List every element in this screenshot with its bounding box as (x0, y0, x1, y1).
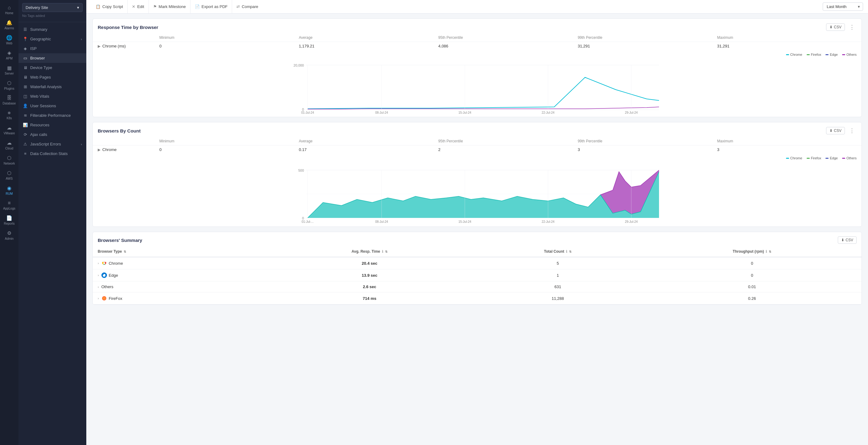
browsers-summary-csv-button[interactable]: ⬇ CSV (838, 236, 857, 244)
response-time-legend: Chrome Firefox Edge Others (93, 52, 862, 56)
copy-script-button[interactable]: 📋 Copy Script (91, 0, 128, 13)
col-avg-resp[interactable]: Avg. Resp. Time ℹ ⇅ (266, 246, 473, 257)
svg-text:22-Jul-24: 22-Jul-24 (541, 111, 555, 114)
browser-sort-icon: ⇅ (124, 250, 126, 253)
nav-vmware-label: VMware (4, 132, 15, 135)
response-time-menu-button[interactable]: ⋮ (847, 23, 857, 31)
cloud-icon: ☁ (7, 140, 12, 146)
legend-edge-label: Edge (830, 53, 838, 56)
sidebar-item-ajax[interactable]: ⟳ Ajax calls (19, 130, 86, 139)
filterable-icon: ≋ (23, 113, 28, 118)
sidebar-item-waterfall[interactable]: ⊞ Waterfall Analysis (19, 82, 86, 92)
sidebar-item-waterfall-label: Waterfall Analysis (30, 85, 62, 89)
sidebar-item-summary[interactable]: ☰ Summary (19, 25, 86, 34)
nav-plugins[interactable]: ⬡ Plugins (0, 78, 19, 93)
sidebar-item-webvitals[interactable]: ◫ Web Vitals (19, 92, 86, 101)
rt-p95-value: 4,086 (438, 44, 578, 49)
webvitals-icon: ◫ (23, 94, 28, 99)
chrome-expand-arrow[interactable]: › (98, 261, 99, 265)
browser-count-header: Browsers By Count ⬇ CSV ⋮ (93, 122, 862, 137)
web-icon: 🌐 (6, 35, 12, 41)
reports-icon: 📄 (6, 215, 12, 221)
date-selector[interactable]: Last Month Last Week Last 24 Hours Custo… (823, 2, 863, 11)
nav-alarms[interactable]: 🔔 Alarms (0, 17, 19, 32)
legend-edge-dot (826, 54, 829, 55)
firefox-browser-cell: › FireFox (93, 292, 266, 305)
edit-button[interactable]: ✕ Edit (128, 0, 149, 13)
chrome-label: Chrome (109, 261, 123, 266)
legend-chrome-dot (786, 54, 789, 55)
sidebar-item-isp[interactable]: ◈ ISP (19, 44, 86, 53)
nav-server[interactable]: ▦ Server (0, 63, 19, 78)
sidebar-item-filterable[interactable]: ≋ Filterable Performance (19, 110, 86, 120)
response-time-chart-card: Response Time by Browser ⬇ CSV ⋮ Minimum… (92, 19, 862, 117)
server-icon: ▦ (7, 65, 12, 71)
edit-label: Edit (137, 4, 144, 9)
sidebar-item-usersessions[interactable]: 👤 User Sessions (19, 101, 86, 110)
legend-firefox: Firefox (807, 53, 822, 56)
nav-web-label: Web (6, 42, 12, 45)
edge-expand-arrow[interactable]: › (98, 273, 99, 277)
sidebar-item-resources[interactable]: 📊 Resources (19, 120, 86, 130)
sidebar-item-geographic[interactable]: 📍 Geographic › (19, 34, 86, 44)
firefox-expand-arrow[interactable]: › (98, 296, 99, 300)
response-time-csv-label: CSV (834, 25, 841, 29)
bc-browser-name: ▶ Chrome (98, 147, 159, 152)
bc-legend-firefox-dot (807, 158, 810, 159)
response-time-csv-button[interactable]: ⬇ CSV (826, 24, 845, 31)
browsers-summary-card: Browsers' Summary ⬇ CSV Browser Type ⇅ (92, 232, 862, 305)
table-row: › Chrome 20.4 sec 5 0 (93, 257, 862, 269)
site-dropdown[interactable]: Delivery Site ▾ (22, 3, 83, 12)
nav-network-label: Network (4, 162, 15, 165)
icon-nav: ⌂ Home 🔔 Alarms 🌐 Web ◈ APM ▦ Server ⬡ P… (0, 0, 19, 445)
firefox-browser-icon (101, 295, 107, 301)
bc-p99-value: 3 (578, 147, 717, 152)
sidebar-item-ajax-label: Ajax calls (30, 132, 47, 137)
milestone-icon: ⚑ (153, 4, 157, 9)
nav-database[interactable]: 🗄 Database (0, 93, 19, 107)
sidebar-item-isp-label: ISP (30, 46, 37, 51)
toolbar: 📋 Copy Script ✕ Edit ⚑ Mark Milestone 📄 … (86, 0, 868, 13)
nav-home[interactable]: ⌂ Home (0, 2, 19, 17)
sidebar-item-datastats[interactable]: ≡ Data Collection Stats (19, 149, 86, 158)
sidebar-item-webpages[interactable]: 🖥 Web Pages (19, 72, 86, 82)
datastats-icon: ≡ (23, 151, 28, 156)
others-throughput: 0.01 (643, 281, 862, 292)
compare-label: Compare (242, 4, 258, 9)
nav-apm[interactable]: ◈ APM (0, 47, 19, 63)
rt-browser-name: ▶ Chrome (ms) (98, 44, 159, 49)
nav-aws[interactable]: ⬡ AWS (0, 168, 19, 183)
browser-count-csv-button[interactable]: ⬇ CSV (826, 127, 845, 134)
browser-count-svg: 500 0 01-Jul-... 08-Jul-24 (98, 162, 857, 224)
col-throughput[interactable]: Throughput (rpm) ℹ ⇅ (643, 246, 862, 257)
bc-arrow-icon: ▶ (98, 148, 100, 152)
export-pdf-icon: 📄 (195, 4, 200, 9)
col-total-count[interactable]: Total Count ℹ ⇅ (473, 246, 643, 257)
sidebar-item-browser[interactable]: ▭ Browser (19, 53, 86, 63)
nav-reports[interactable]: 📄 Reports (0, 213, 19, 228)
others-expand-arrow[interactable]: › (98, 285, 99, 289)
export-pdf-button[interactable]: 📄 Export as PDF (190, 0, 232, 13)
nav-vmware[interactable]: ☁ VMware (0, 122, 19, 137)
nav-admin[interactable]: ⚙ Admin (0, 228, 19, 243)
sidebar-item-devicetype-label: Device Type (30, 65, 52, 70)
nav-cloud[interactable]: ☁ Cloud (0, 137, 19, 153)
nav-rum[interactable]: ◉ RUM (0, 183, 19, 198)
nav-k8s[interactable]: ⎈ K8s (0, 107, 19, 122)
sidebar-top: Delivery Site ▾ No Tags added (19, 0, 86, 22)
sidebar-item-jserrors[interactable]: ⚠ JavaScript Errors › (19, 139, 86, 149)
sidebar-item-devicetype[interactable]: 🖥 Device Type (19, 63, 86, 72)
browser-count-menu-button[interactable]: ⋮ (847, 127, 857, 135)
compare-button[interactable]: ⇄ Compare (232, 0, 262, 13)
milestone-button[interactable]: ⚑ Mark Milestone (149, 0, 190, 13)
col-browser-type[interactable]: Browser Type ⇅ (93, 246, 266, 257)
nav-applogs[interactable]: ≡ AppLogs (0, 198, 19, 213)
date-selector-wrap[interactable]: Last Month Last Week Last 24 Hours Custo… (823, 2, 863, 11)
totalcount-sort-icon: ⇅ (569, 250, 571, 253)
sidebar-item-geographic-label: Geographic (30, 37, 51, 41)
nav-network[interactable]: ⬡ Network (0, 153, 19, 168)
download-count-icon: ⬇ (830, 128, 833, 133)
database-icon: 🗄 (7, 95, 12, 101)
geographic-icon: 📍 (23, 37, 28, 41)
nav-web[interactable]: 🌐 Web (0, 32, 19, 47)
